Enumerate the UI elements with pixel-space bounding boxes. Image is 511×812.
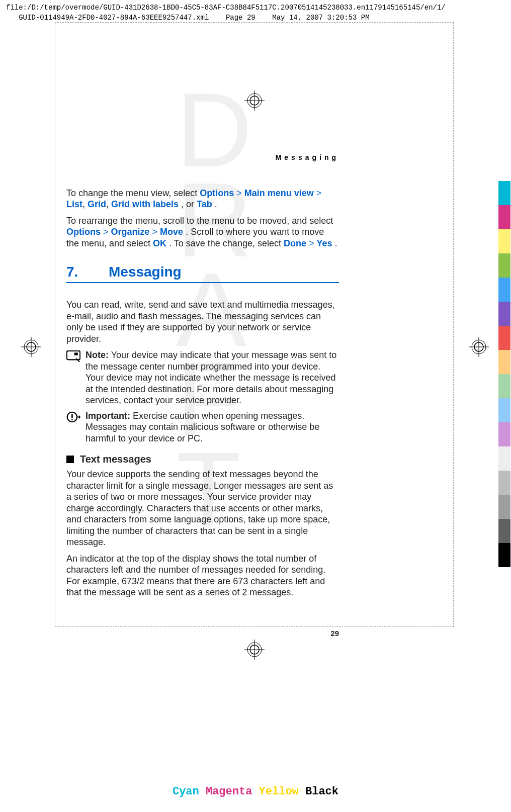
- file-path: file:/D:/temp/overmode/GUID-431D2638-1BD…: [6, 3, 505, 13]
- subheading-text-messages: Text messages: [66, 453, 339, 466]
- link-yes[interactable]: Yes: [316, 238, 332, 248]
- important-callout: Important: Exercise caution when opening…: [66, 410, 339, 444]
- important-icon: [66, 411, 80, 423]
- chevron-right-icon: >: [152, 227, 160, 237]
- link-grid-with-labels[interactable]: Grid with labels: [111, 199, 179, 209]
- paragraph-change-menu-view: To change the menu view, select Options …: [66, 188, 339, 210]
- svg-rect-0: [67, 351, 80, 360]
- running-header: Messaging: [66, 153, 339, 162]
- registration-mark-icon: [244, 640, 265, 660]
- important-label: Important:: [86, 411, 130, 421]
- chevron-right-icon: >: [236, 188, 244, 198]
- color-swatch: [498, 278, 510, 302]
- link-options[interactable]: Options: [66, 227, 101, 237]
- cmyk-black: Black: [305, 785, 338, 798]
- link-ok[interactable]: OK: [153, 238, 166, 248]
- link-options[interactable]: Options: [200, 188, 234, 198]
- note-icon: [66, 350, 80, 363]
- color-swatch: [498, 374, 510, 398]
- link-move[interactable]: Move: [160, 227, 183, 237]
- print-date: May 14, 2007 3:20:53 PM: [272, 14, 369, 22]
- chevron-right-icon: >: [316, 188, 322, 198]
- page-label: Page 29: [226, 14, 256, 22]
- link-done[interactable]: Done: [284, 238, 306, 248]
- color-swatch: [498, 471, 510, 495]
- link-list[interactable]: List: [66, 199, 82, 209]
- cmyk-yellow: Yellow: [259, 785, 299, 798]
- color-calibration-bars: [498, 181, 510, 567]
- cmyk-magenta: Magenta: [206, 785, 252, 798]
- file-info-line: GUID-0114949A-2FD0-4027-894A-63EEE925744…: [6, 13, 505, 23]
- link-grid[interactable]: Grid: [88, 199, 106, 209]
- paragraph-intro: You can read, write, send and save text …: [66, 299, 339, 344]
- cmyk-footer: Cyan Magenta Yellow Black: [0, 785, 511, 798]
- paragraph-rearrange-menu: To rearrange the menu, scroll to the men…: [66, 215, 339, 249]
- color-swatch: [498, 422, 510, 446]
- color-swatch: [498, 446, 510, 471]
- color-swatch: [498, 253, 510, 278]
- color-swatch: [498, 519, 510, 543]
- chapter-number: 7.: [66, 263, 109, 281]
- paragraph-text-messages-1: Your device supports the sending of text…: [66, 469, 339, 548]
- color-swatch: [498, 205, 510, 229]
- link-organize[interactable]: Organize: [111, 227, 150, 237]
- page-content: Messaging To change the menu view, selec…: [66, 153, 339, 603]
- registration-mark-icon: [244, 91, 265, 111]
- page-number: 29: [330, 629, 339, 639]
- color-swatch: [498, 543, 510, 567]
- color-swatch: [498, 398, 510, 422]
- xml-filename: GUID-0114949A-2FD0-4027-894A-63EEE925744…: [19, 14, 209, 22]
- chapter-title: Messaging: [109, 263, 182, 281]
- link-main-menu-view[interactable]: Main menu view: [244, 188, 314, 198]
- cmyk-cyan: Cyan: [173, 785, 199, 798]
- registration-mark-icon: [469, 337, 489, 357]
- note-body: Note: Your device may indicate that your…: [86, 349, 339, 406]
- subheading-title: Text messages: [80, 453, 151, 466]
- color-swatch: [498, 326, 510, 350]
- color-swatch: [498, 350, 510, 374]
- chevron-right-icon: >: [309, 238, 317, 248]
- link-tab[interactable]: Tab: [197, 199, 212, 209]
- color-swatch: [498, 181, 510, 205]
- note-label: Note:: [86, 350, 109, 360]
- color-swatch: [498, 302, 510, 326]
- svg-point-3: [71, 419, 73, 420]
- note-callout: Note: Your device may indicate that your…: [66, 349, 339, 406]
- square-bullet-icon: [66, 456, 74, 463]
- color-swatch: [498, 495, 510, 519]
- color-swatch: [498, 229, 510, 253]
- paragraph-text-messages-2: An indicator at the top of the display s…: [66, 553, 339, 598]
- svg-rect-1: [74, 352, 78, 355]
- registration-mark-icon: [21, 337, 41, 357]
- chapter-heading: 7. Messaging: [66, 263, 339, 283]
- important-body: Important: Exercise caution when opening…: [86, 410, 339, 444]
- chevron-right-icon: >: [103, 227, 111, 237]
